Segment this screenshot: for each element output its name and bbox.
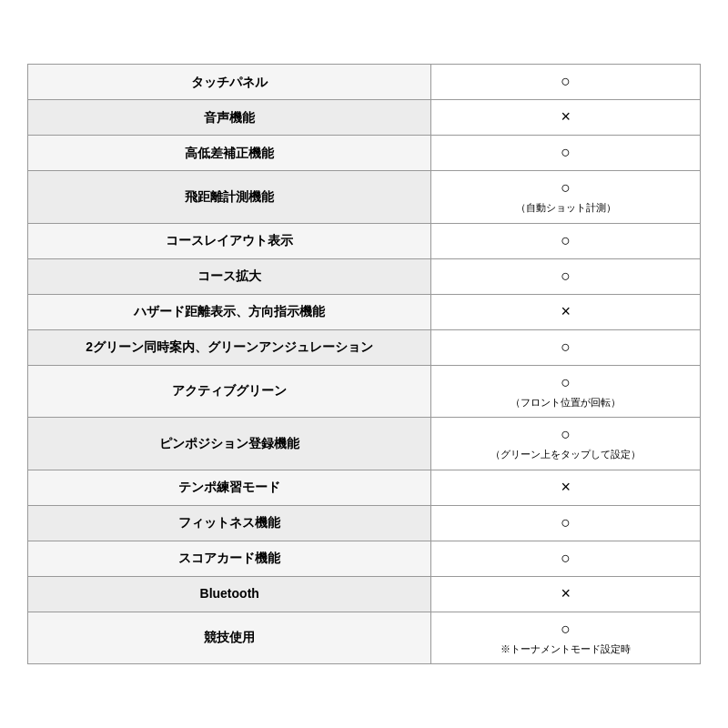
- value-cell: ×: [431, 100, 701, 136]
- availability-mark: ×: [561, 302, 571, 320]
- feature-cell: コースレイアウト表示: [28, 223, 431, 258]
- table-row: タッチパネル○: [28, 65, 701, 100]
- table-row: 音声機能×: [28, 100, 701, 136]
- value-cell: ○: [431, 136, 701, 171]
- sub-note: （フロント位置が回転）: [442, 395, 689, 410]
- specs-table: タッチパネル○音声機能×高低差補正機能○飛距離計測機能○（自動ショット計測）コー…: [27, 64, 701, 664]
- availability-mark: ○: [561, 178, 571, 197]
- feature-cell: フィットネス機能: [28, 505, 431, 541]
- value-cell: ○: [431, 65, 701, 100]
- sub-note: （グリーン上をタップして設定）: [442, 447, 689, 462]
- table-row: ハザード距離表示、方向指示機能×: [28, 294, 701, 329]
- availability-mark: ○: [561, 231, 571, 249]
- availability-mark: ×: [561, 584, 571, 602]
- availability-mark: ○: [561, 267, 571, 285]
- table-row: テンポ練習モード×: [28, 470, 701, 505]
- table-row: 飛距離計測機能○（自動ショット計測）: [28, 171, 701, 224]
- table-row: スコアカード機能○: [28, 541, 701, 576]
- availability-mark: ○: [561, 513, 571, 531]
- feature-cell: 音声機能: [28, 100, 431, 136]
- feature-cell: タッチパネル: [28, 65, 431, 100]
- value-cell: ×: [431, 470, 701, 505]
- table-row: ピンポジション登録機能○（グリーン上をタップして設定）: [28, 418, 701, 470]
- feature-cell: スコアカード機能: [28, 541, 431, 576]
- value-cell: ×: [431, 576, 701, 612]
- availability-mark: ○: [561, 72, 571, 90]
- sub-note: ※トーナメントモード設定時: [442, 642, 689, 657]
- sub-note: （自動ショット計測）: [442, 200, 689, 216]
- availability-mark: ×: [561, 107, 571, 126]
- value-cell: ○: [431, 505, 701, 541]
- value-cell: ○（自動ショット計測）: [431, 171, 701, 224]
- availability-mark: ○: [561, 620, 571, 638]
- availability-mark: ×: [561, 478, 571, 496]
- availability-mark: ○: [561, 143, 571, 161]
- feature-cell: 飛距離計測機能: [28, 171, 431, 224]
- value-cell: ○: [431, 223, 701, 258]
- feature-cell: ハザード距離表示、方向指示機能: [28, 294, 431, 329]
- specs-table-container: タッチパネル○音声機能×高低差補正機能○飛距離計測機能○（自動ショット計測）コー…: [27, 64, 701, 664]
- value-cell: ○: [431, 329, 701, 365]
- value-cell: ○（フロント位置が回転）: [431, 365, 701, 418]
- availability-mark: ○: [561, 373, 571, 391]
- value-cell: ○: [431, 541, 701, 576]
- table-row: Bluetooth×: [28, 576, 701, 612]
- feature-cell: 競技使用: [28, 612, 431, 664]
- feature-cell: アクティブグリーン: [28, 365, 431, 418]
- value-cell: ○※トーナメントモード設定時: [431, 612, 701, 664]
- availability-mark: ○: [561, 549, 571, 567]
- availability-mark: ○: [561, 338, 571, 356]
- table-row: 競技使用○※トーナメントモード設定時: [28, 612, 701, 664]
- value-cell: ○: [431, 258, 701, 294]
- table-row: コースレイアウト表示○: [28, 223, 701, 258]
- feature-cell: テンポ練習モード: [28, 470, 431, 505]
- availability-mark: ○: [561, 425, 571, 443]
- feature-cell: ピンポジション登録機能: [28, 418, 431, 470]
- table-row: フィットネス機能○: [28, 505, 701, 541]
- value-cell: ○（グリーン上をタップして設定）: [431, 418, 701, 470]
- table-row: 2グリーン同時案内、グリーンアンジュレーション○: [28, 329, 701, 365]
- feature-cell: 高低差補正機能: [28, 136, 431, 171]
- table-row: コース拡大○: [28, 258, 701, 294]
- feature-cell: Bluetooth: [28, 576, 431, 612]
- table-row: 高低差補正機能○: [28, 136, 701, 171]
- feature-cell: 2グリーン同時案内、グリーンアンジュレーション: [28, 329, 431, 365]
- table-row: アクティブグリーン○（フロント位置が回転）: [28, 365, 701, 418]
- feature-cell: コース拡大: [28, 258, 431, 294]
- value-cell: ×: [431, 294, 701, 329]
